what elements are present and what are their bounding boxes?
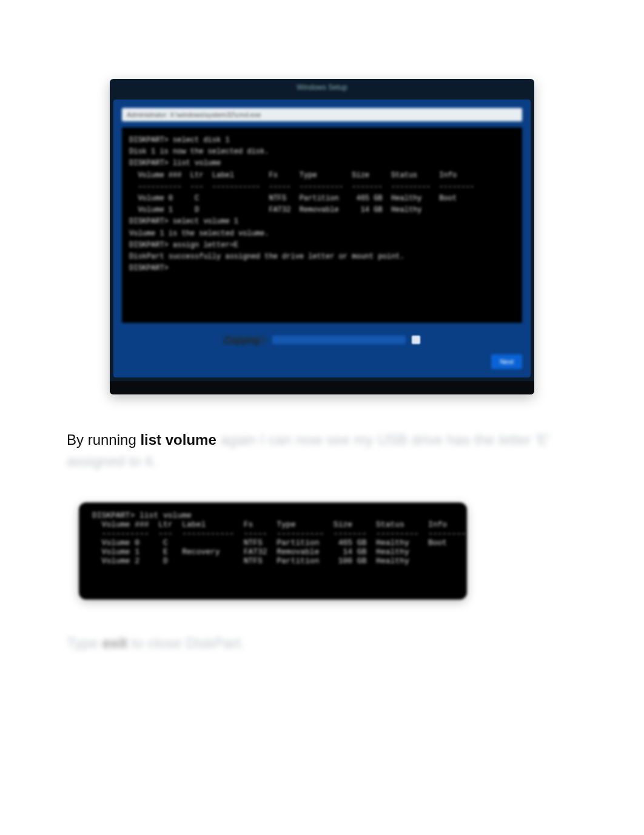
- screenshot-setup-terminal: Windows Setup Administrator: X:\windows\…: [110, 79, 534, 394]
- terminal-line: DISKPART> assign letter=E: [129, 240, 515, 251]
- screenshot-list-volume: DISKPART> list volume Volume ### Ltr Lab…: [79, 502, 467, 600]
- terminal-line: ---------- --- ----------- ----- -------…: [92, 529, 454, 538]
- body-paragraph: By running list volume again I can now s…: [67, 430, 577, 472]
- para2-remainder: to close DiskPart.: [127, 635, 244, 651]
- terminal-line: Volume 1 is the selected volume.: [129, 228, 515, 240]
- terminal-line: DISKPART> list volume: [129, 158, 515, 169]
- terminal-line: DISKPART>: [129, 263, 515, 274]
- terminal-line: DiskPart successfully assigned the drive…: [129, 251, 515, 263]
- terminal-line: Volume 1 D FAT32 Removable 14 GB Healthy: [129, 205, 515, 216]
- window-body: Administrator: X:\windows\system32\cmd.e…: [113, 100, 531, 377]
- terminal-line: Volume 0 C NTFS Partition 465 GB Healthy…: [129, 193, 515, 205]
- next-button[interactable]: Next: [491, 354, 522, 369]
- terminal-line: DISKPART> select disk 1: [129, 135, 515, 146]
- progress-bar: [272, 336, 406, 344]
- terminal-line: Volume 0 C NTFS Partition 465 GB Healthy…: [92, 538, 454, 547]
- cmd-title: Administrator: X:\windows\system32\cmd.e…: [122, 108, 522, 121]
- terminal-line: DISKPART> select volume 1: [129, 216, 515, 228]
- terminal-line: Volume ### Ltr Label Fs Type Size Status…: [92, 520, 454, 529]
- progress-dot: [412, 336, 420, 344]
- terminal-line: Volume 2 D NTFS Partition 100 GB Healthy: [92, 556, 454, 566]
- terminal-line: ---------- --- ----------- ----- -------…: [129, 181, 515, 193]
- terminal-line: Volume ### Ltr Label Fs Type Size Status…: [129, 170, 515, 181]
- para-bold-command: list volume: [140, 431, 216, 448]
- para2-bold-command: exit: [102, 635, 127, 651]
- window-titlebar: Windows Setup: [110, 79, 534, 96]
- closing-paragraph: Type exit to close DiskPart.: [67, 633, 577, 654]
- terminal-line: DISKPART> list volume: [92, 511, 454, 520]
- progress-strip: Copying: [122, 329, 522, 351]
- terminal-output: DISKPART> select disk 1 Disk 1 is now th…: [122, 127, 522, 323]
- progress-label: Copying: [224, 336, 266, 344]
- terminal-line: Volume 1 E Recovery FAT32 Removable 14 G…: [92, 547, 454, 556]
- para-prefix: By running: [67, 431, 140, 448]
- taskbar: [110, 381, 534, 394]
- para2-prefix: Type: [67, 635, 102, 651]
- terminal-line: Disk 1 is now the selected disk.: [129, 146, 515, 158]
